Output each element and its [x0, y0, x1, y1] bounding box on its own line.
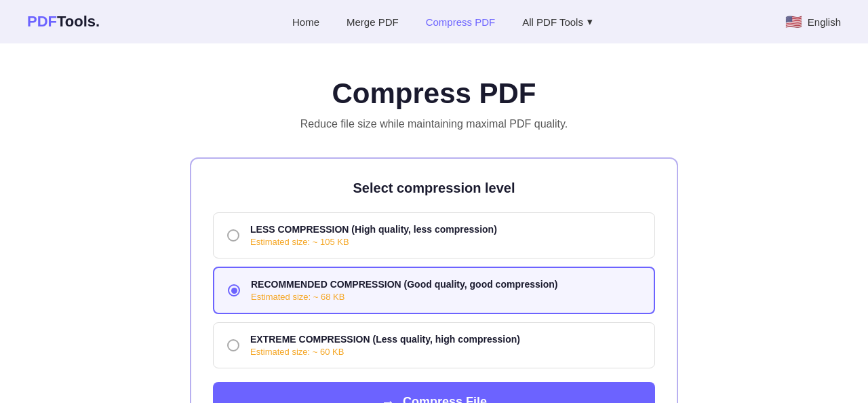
compress-file-button[interactable]: → Compress File: [213, 382, 655, 403]
radio-recommended-inner: [231, 288, 237, 294]
option-extreme-compression[interactable]: EXTREME COMPRESSION (Less quality, high …: [213, 322, 655, 368]
option-less-compression[interactable]: LESS COMPRESSION (High quality, less com…: [213, 212, 655, 258]
panel-title: Select compression level: [213, 180, 655, 196]
option-less-text: LESS COMPRESSION (High quality, less com…: [250, 224, 497, 247]
option-recommended-compression[interactable]: RECOMMENDED COMPRESSION (Good quality, g…: [213, 267, 655, 314]
language-label: English: [808, 16, 841, 28]
option-recommended-label: RECOMMENDED COMPRESSION (Good quality, g…: [251, 279, 557, 290]
option-recommended-size: Estimated size: ~ 68 KB: [251, 292, 557, 302]
radio-recommended[interactable]: [228, 284, 240, 296]
arrow-right-icon: →: [381, 394, 395, 403]
nav-merge-pdf[interactable]: Merge PDF: [347, 16, 399, 28]
nav-all-pdf-tools[interactable]: All PDF Tools ▾: [522, 16, 593, 28]
nav-compress-pdf[interactable]: Compress PDF: [426, 16, 496, 28]
nav-home[interactable]: Home: [292, 16, 319, 28]
language-selector[interactable]: 🇺🇸 English: [785, 14, 841, 30]
logo[interactable]: PDFTools.: [27, 13, 100, 31]
main-nav: Home Merge PDF Compress PDF All PDF Tool…: [292, 16, 593, 28]
radio-extreme[interactable]: [227, 339, 239, 351]
option-less-size: Estimated size: ~ 105 KB: [250, 237, 497, 247]
option-less-label: LESS COMPRESSION (High quality, less com…: [250, 224, 497, 235]
main-content: Compress PDF Reduce file size while main…: [0, 43, 868, 403]
compress-button-label: Compress File: [403, 395, 487, 403]
page-subtitle: Reduce file size while maintaining maxim…: [300, 118, 568, 130]
logo-dot: .: [96, 13, 100, 31]
option-recommended-text: RECOMMENDED COMPRESSION (Good quality, g…: [251, 279, 557, 302]
option-extreme-size: Estimated size: ~ 60 KB: [250, 347, 520, 357]
chevron-down-icon: ▾: [587, 16, 593, 28]
logo-tools: Tools: [57, 13, 96, 31]
flag-icon: 🇺🇸: [785, 14, 802, 30]
option-extreme-label: EXTREME COMPRESSION (Less quality, high …: [250, 334, 520, 345]
header: PDFTools. Home Merge PDF Compress PDF Al…: [0, 0, 868, 43]
page-title: Compress PDF: [332, 77, 536, 110]
compression-panel: Select compression level LESS COMPRESSIO…: [190, 157, 678, 403]
logo-pdf: PDF: [27, 13, 57, 31]
option-extreme-text: EXTREME COMPRESSION (Less quality, high …: [250, 334, 520, 357]
radio-less[interactable]: [227, 229, 239, 242]
